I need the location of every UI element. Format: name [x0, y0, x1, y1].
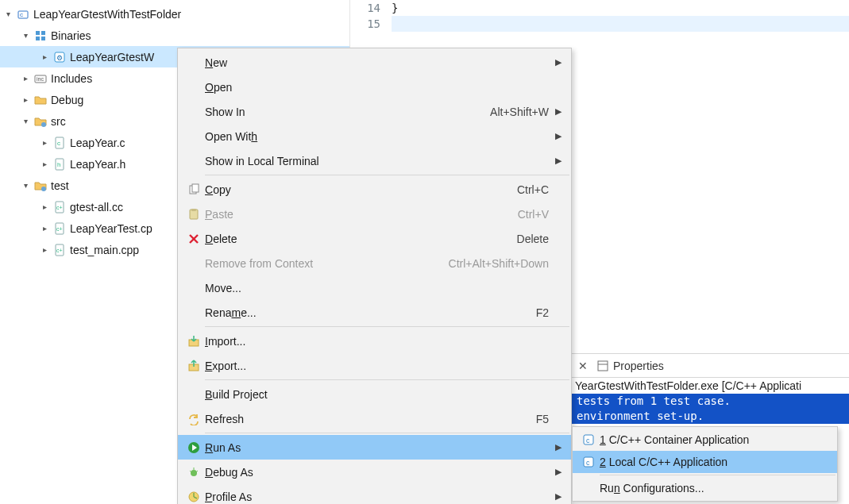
svg-text:c: c [586, 437, 590, 444]
tree-label: test_main.cpp [70, 243, 139, 256]
submenu-arrow-icon: ▶ [554, 442, 563, 452]
twisty-collapsed-icon[interactable]: ▸ [38, 137, 51, 149]
twisty-collapsed-icon[interactable]: ▸ [38, 244, 51, 256]
menu-item-label: Paste [205, 208, 518, 221]
submenu-arrow-icon: ▶ [554, 156, 563, 166]
c-app-icon: c [577, 432, 600, 448]
tree-label: LeapYearTest.cp [70, 221, 152, 235]
menu-item-label: Import... [205, 335, 554, 348]
blank-icon [183, 55, 205, 71]
delete-icon [183, 231, 205, 247]
console-output[interactable]: tests from 1 test case. environment set-… [572, 394, 849, 424]
twisty-collapsed-icon[interactable]: ▸ [38, 201, 51, 214]
svg-point-15 [41, 187, 46, 191]
twisty-expanded-icon[interactable]: ▾ [2, 8, 14, 21]
tree-label: LeapYearGtestWithTestFolder [33, 7, 181, 21]
menu-item-rename[interactable]: Rename...F2 [178, 300, 571, 325]
menu-item-openwith[interactable]: Open With▶ [178, 124, 571, 148]
properties-tab[interactable]: ✕ Properties [572, 354, 849, 378]
close-icon[interactable]: ✕ [578, 360, 588, 372]
menu-item-label: Remove from Context [205, 257, 449, 270]
menu-item-label: Debug As [205, 466, 554, 479]
menu-item-label: Export... [205, 360, 554, 372]
menu-item-debugas[interactable]: Debug As▶ [178, 460, 571, 484]
twisty-collapsed-icon[interactable]: ▸ [38, 222, 51, 235]
menu-item-label: Show in Local Terminal [205, 155, 554, 167]
twisty-expanded-icon[interactable]: ▾ [19, 115, 32, 128]
twisty-collapsed-icon[interactable]: ▸ [19, 94, 32, 106]
cpp-file-icon: c+ [52, 243, 67, 257]
submenu-arrow-icon: ▶ [554, 131, 563, 141]
menu-item-label: Open [205, 81, 554, 94]
menu-separator [600, 475, 835, 475]
svg-text:h: h [57, 161, 60, 168]
menu-item-profileas[interactable]: Profile As▶ [178, 484, 571, 504]
tree-binaries[interactable]: ▾ Binaries [0, 25, 349, 46]
menu-separator [205, 379, 569, 380]
menu-separator [205, 433, 569, 433]
blank-icon [183, 79, 205, 95]
menu-item-export[interactable]: Export... [178, 353, 571, 378]
paste-icon [183, 206, 205, 222]
runas-submenu[interactable]: c 1 C/C++ Container Application c 2 Loca… [572, 426, 838, 502]
twisty-collapsed-icon[interactable]: ▸ [19, 72, 32, 85]
menu-accelerator: Ctrl+C [517, 183, 554, 196]
binaries-icon [33, 29, 48, 43]
twisty-collapsed-icon[interactable]: ▸ [38, 51, 51, 63]
line-number: 14 [350, 0, 388, 16]
menu-accelerator: F5 [536, 413, 554, 425]
twisty-expanded-icon[interactable]: ▾ [19, 179, 32, 192]
menu-item-open[interactable]: Open [178, 75, 571, 99]
menu-item-runas[interactable]: Run As▶ [178, 435, 571, 460]
twisty-collapsed-icon[interactable]: ▸ [38, 158, 51, 171]
code-line-current [392, 16, 849, 32]
svg-text:c+: c+ [56, 205, 63, 210]
folder-icon [33, 93, 48, 107]
tree-label: test [51, 179, 69, 192]
context-menu[interactable]: New▶OpenShow InAlt+Shift+W▶Open With▶Sho… [177, 48, 572, 504]
run-icon [183, 440, 205, 456]
svg-rect-22 [598, 361, 608, 371]
svg-rect-25 [192, 184, 199, 192]
source-folder-icon [33, 179, 48, 193]
c-app-icon: c [577, 454, 600, 470]
line-number: 15 [350, 16, 388, 32]
menu-separator [205, 326, 569, 327]
menu-item-showin[interactable]: Show InAlt+Shift+W▶ [178, 99, 571, 124]
menu-item-move[interactable]: Move... [178, 275, 571, 300]
source-folder-icon [33, 114, 48, 129]
menu-item-label: Rename... [205, 306, 536, 319]
tree-label: LeapYear.c [70, 136, 125, 149]
blank-icon [183, 305, 205, 321]
menu-item-build[interactable]: Build Project [178, 382, 571, 406]
svg-point-10 [41, 122, 46, 127]
menu-item-import[interactable]: Import... [178, 329, 571, 353]
menu-item-remctx: Remove from ContextCtrl+Alt+Shift+Down [178, 251, 571, 275]
svg-text:c: c [586, 459, 590, 467]
console-launch-label: YearGtestWithTestFolder.exe [C/C++ Appli… [572, 378, 849, 394]
menu-item-refresh[interactable]: RefreshF5 [178, 406, 571, 431]
export-icon [183, 358, 205, 374]
menu-item-label: Show In [205, 106, 490, 118]
svg-text:c: c [20, 11, 23, 18]
svg-rect-5 [41, 37, 45, 40]
console-line: tests from 1 test case. [572, 394, 849, 409]
runas-container-app[interactable]: c 1 C/C++ Container Application [573, 429, 837, 451]
menu-item-paste: PasteCtrl+V [178, 202, 571, 226]
svg-text:c+: c+ [56, 226, 63, 232]
import-icon [183, 333, 205, 349]
submenu-arrow-icon: ▶ [554, 467, 563, 477]
menu-item-copy[interactable]: CopyCtrl+C [178, 177, 571, 202]
menu-item-delete[interactable]: DeleteDelete [178, 226, 571, 251]
submenu-arrow-icon: ▶ [554, 57, 563, 67]
tree-project-root[interactable]: ▾ c LeapYearGtestWithTestFolder [0, 3, 349, 25]
menu-item-new[interactable]: New▶ [178, 50, 571, 75]
menu-item-showterm[interactable]: Show in Local Terminal▶ [178, 148, 571, 173]
profile-icon [183, 489, 205, 505]
twisty-expanded-icon[interactable]: ▾ [19, 29, 32, 42]
svg-rect-3 [41, 31, 45, 35]
code-area[interactable]: } [392, 0, 849, 32]
runas-configurations[interactable]: Run Configurations... [573, 477, 837, 499]
menu-item-label: Build Project [205, 388, 554, 401]
runas-local-app[interactable]: c 2 Local C/C++ Application [573, 451, 837, 473]
